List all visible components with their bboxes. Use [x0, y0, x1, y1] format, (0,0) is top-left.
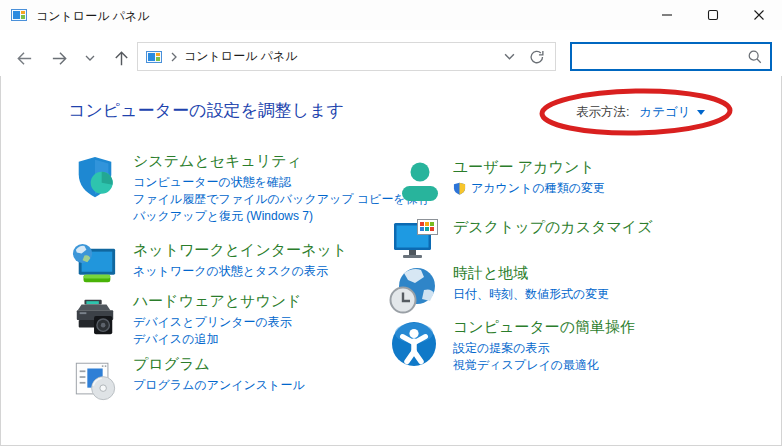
- program-window-disc-icon[interactable]: [72, 357, 118, 403]
- minimize-button[interactable]: [644, 0, 690, 30]
- titlebar: コントロール パネル: [0, 0, 782, 30]
- recent-pages-chevron-icon: [85, 55, 95, 61]
- view-by-selector: 表示方法: カテゴリ: [576, 104, 705, 121]
- security-shield-icon[interactable]: [72, 154, 118, 200]
- forward-arrow-icon: [50, 49, 69, 68]
- task-link[interactable]: 設定の提案の表示: [453, 340, 722, 357]
- back-arrow-icon: [15, 49, 34, 68]
- close-button[interactable]: [736, 0, 782, 30]
- back-button[interactable]: [13, 48, 35, 68]
- task-link[interactable]: デバイスとプリンターの表示: [133, 314, 402, 331]
- search-input[interactable]: [576, 44, 748, 71]
- printer-speaker-icon[interactable]: [72, 294, 118, 340]
- category-title[interactable]: デスクトップのカスタマイズ: [453, 218, 722, 236]
- control-panel-window: コントロール パネル: [0, 0, 782, 446]
- control-panel-icon: [11, 7, 27, 23]
- window-title: コントロール パネル: [36, 8, 150, 25]
- view-by-label: 表示方法:: [576, 104, 629, 121]
- address-dropdown-chevron-icon[interactable]: [504, 53, 515, 60]
- category-appearance-personalization: デスクトップのカスタマイズ: [392, 218, 722, 240]
- task-link[interactable]: デバイスの追加: [133, 331, 402, 348]
- forward-button[interactable]: [48, 48, 70, 68]
- desktop-personalization-icon[interactable]: [392, 216, 440, 264]
- up-button[interactable]: [110, 48, 132, 68]
- task-link[interactable]: プログラムのアンインストール: [133, 377, 402, 394]
- breadcrumb-chevron-icon[interactable]: [170, 52, 178, 62]
- maximize-button[interactable]: [690, 0, 736, 30]
- category-hardware-sound: ハードウェアとサウンド デバイスとプリンターの表示 デバイスの追加: [72, 292, 402, 348]
- user-silhouette-icon[interactable]: [398, 160, 444, 206]
- task-link[interactable]: ファイル履歴でファイルのバックアップ コピーを保存: [133, 191, 402, 208]
- task-link[interactable]: ネットワークの状態とタスクの表示: [133, 263, 402, 280]
- category-system-security: システムとセキュリティ コンピューターの状態を確認 ファイル履歴でファイルのバッ…: [72, 152, 402, 225]
- address-bar[interactable]: コントロール パネル: [137, 42, 556, 71]
- category-title[interactable]: 時計と地域: [453, 264, 722, 282]
- category-title[interactable]: システムとセキュリティ: [133, 152, 402, 170]
- category-clock-region: 時計と地域 日付、時刻、数値形式の変更: [392, 264, 722, 303]
- chevron-down-icon[interactable]: [697, 110, 705, 115]
- task-link[interactable]: 視覚ディスプレイの最適化: [453, 357, 722, 374]
- category-user-accounts: ユーザー アカウント アカウントの種類の変更: [392, 158, 722, 197]
- task-link[interactable]: 日付、時刻、数値形式の変更: [453, 286, 722, 303]
- network-monitor-globe-icon[interactable]: [72, 243, 118, 289]
- search-box[interactable]: [570, 42, 772, 71]
- accessibility-icon[interactable]: [390, 320, 438, 368]
- page-title: コンピューターの設定を調整します: [68, 99, 344, 122]
- category-network-internet: ネットワークとインターネット ネットワークの状態とタスクの表示: [72, 241, 402, 280]
- task-link-uac[interactable]: アカウントの種類の変更: [453, 180, 722, 197]
- category-title[interactable]: ネットワークとインターネット: [133, 241, 402, 259]
- refresh-icon[interactable]: [529, 49, 545, 65]
- category-title[interactable]: プログラム: [133, 355, 402, 373]
- recent-pages-button[interactable]: [82, 48, 98, 68]
- uac-shield-icon: [453, 182, 466, 195]
- task-link-label[interactable]: アカウントの種類の変更: [471, 180, 605, 197]
- search-icon[interactable]: [747, 49, 763, 65]
- control-panel-icon: [146, 49, 162, 65]
- category-programs: プログラム プログラムのアンインストール: [72, 355, 402, 394]
- category-title[interactable]: コンピューターの簡単操作: [453, 318, 722, 336]
- task-link[interactable]: コンピューターの状態を確認: [133, 174, 402, 191]
- up-arrow-icon: [112, 49, 131, 68]
- view-by-value[interactable]: カテゴリ: [639, 104, 690, 121]
- clock-globe-icon[interactable]: [389, 266, 439, 314]
- window-controls: [644, 0, 782, 30]
- breadcrumb[interactable]: コントロール パネル: [184, 48, 504, 65]
- category-ease-of-access: コンピューターの簡単操作 設定の提案の表示 視覚ディスプレイの最適化: [392, 318, 722, 374]
- category-title[interactable]: ユーザー アカウント: [453, 158, 722, 176]
- task-link[interactable]: バックアップと復元 (Windows 7): [133, 208, 402, 225]
- category-title[interactable]: ハードウェアとサウンド: [133, 292, 402, 310]
